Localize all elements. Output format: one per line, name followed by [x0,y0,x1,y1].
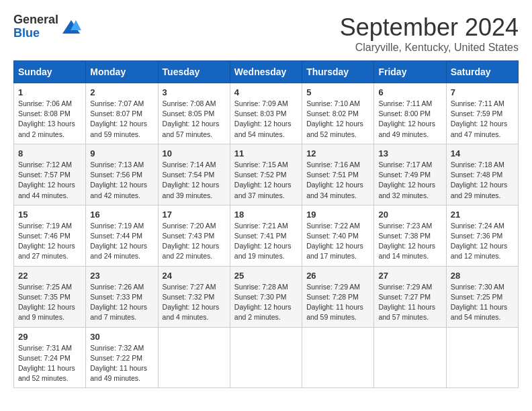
calendar-day-cell: 13Sunrise: 7:17 AM Sunset: 7:49 PM Dayli… [374,144,446,205]
page-header: General Blue September 2024 Claryville, … [13,13,519,54]
calendar-day-cell [374,327,446,388]
day-info: Sunrise: 7:10 AM Sunset: 8:02 PM Dayligh… [306,99,369,140]
calendar-week-row: 29Sunrise: 7:31 AM Sunset: 7:24 PM Dayli… [14,327,519,388]
location-subtitle: Claryville, Kentucky, United States [340,42,519,54]
calendar-table: SundayMondayTuesdayWednesdayThursdayFrid… [13,60,519,388]
calendar-day-cell: 3Sunrise: 7:08 AM Sunset: 8:05 PM Daylig… [158,83,230,144]
day-number: 6 [378,87,441,97]
calendar-day-cell: 30Sunrise: 7:32 AM Sunset: 7:22 PM Dayli… [86,327,158,388]
calendar-day-cell [158,327,230,388]
calendar-week-row: 15Sunrise: 7:19 AM Sunset: 7:46 PM Dayli… [14,205,519,266]
day-number: 19 [306,210,369,220]
day-number: 18 [234,210,298,220]
day-info: Sunrise: 7:25 AM Sunset: 7:35 PM Dayligh… [18,282,81,323]
day-number: 3 [163,87,226,97]
day-info: Sunrise: 7:12 AM Sunset: 7:57 PM Dayligh… [18,160,81,201]
calendar-day-cell: 8Sunrise: 7:12 AM Sunset: 7:57 PM Daylig… [14,144,86,205]
calendar-day-cell: 19Sunrise: 7:22 AM Sunset: 7:40 PM Dayli… [302,205,374,266]
calendar-day-cell: 15Sunrise: 7:19 AM Sunset: 7:46 PM Dayli… [14,205,86,266]
calendar-day-cell: 25Sunrise: 7:28 AM Sunset: 7:30 PM Dayli… [230,266,302,327]
calendar-day-cell [302,327,374,388]
day-number: 13 [378,148,441,158]
month-title: September 2024 [340,13,519,42]
calendar-day-cell: 17Sunrise: 7:20 AM Sunset: 7:43 PM Dayli… [158,205,230,266]
day-info: Sunrise: 7:15 AM Sunset: 7:52 PM Dayligh… [234,160,298,201]
calendar-day-cell: 28Sunrise: 7:30 AM Sunset: 7:25 PM Dayli… [446,266,518,327]
day-info: Sunrise: 7:23 AM Sunset: 7:38 PM Dayligh… [378,221,441,262]
calendar-day-cell: 5Sunrise: 7:10 AM Sunset: 8:02 PM Daylig… [302,83,374,144]
day-number: 24 [163,271,226,281]
day-info: Sunrise: 7:06 AM Sunset: 8:08 PM Dayligh… [18,99,81,140]
day-number: 12 [306,148,369,158]
day-number: 2 [90,87,153,97]
day-info: Sunrise: 7:30 AM Sunset: 7:25 PM Dayligh… [451,282,514,323]
day-info: Sunrise: 7:11 AM Sunset: 8:00 PM Dayligh… [378,99,441,140]
calendar-week-row: 22Sunrise: 7:25 AM Sunset: 7:35 PM Dayli… [14,266,519,327]
calendar-day-cell: 9Sunrise: 7:13 AM Sunset: 7:56 PM Daylig… [86,144,158,205]
day-number: 26 [306,271,369,281]
calendar-header-row: SundayMondayTuesdayWednesdayThursdayFrid… [14,61,519,83]
calendar-day-cell [230,327,302,388]
calendar-day-cell: 4Sunrise: 7:09 AM Sunset: 8:03 PM Daylig… [230,83,302,144]
column-header-thursday: Thursday [302,61,374,83]
calendar-day-cell: 18Sunrise: 7:21 AM Sunset: 7:41 PM Dayli… [230,205,302,266]
day-number: 8 [18,148,81,158]
day-number: 4 [234,87,298,97]
calendar-day-cell: 23Sunrise: 7:26 AM Sunset: 7:33 PM Dayli… [86,266,158,327]
day-info: Sunrise: 7:09 AM Sunset: 8:03 PM Dayligh… [234,99,298,140]
calendar-day-cell: 1Sunrise: 7:06 AM Sunset: 8:08 PM Daylig… [14,83,86,144]
column-header-tuesday: Tuesday [158,61,230,83]
day-info: Sunrise: 7:28 AM Sunset: 7:30 PM Dayligh… [234,282,298,323]
day-info: Sunrise: 7:22 AM Sunset: 7:40 PM Dayligh… [306,221,369,262]
calendar-day-cell: 7Sunrise: 7:11 AM Sunset: 7:59 PM Daylig… [446,83,518,144]
day-info: Sunrise: 7:27 AM Sunset: 7:32 PM Dayligh… [163,282,226,323]
day-number: 10 [163,148,226,158]
day-number: 1 [18,87,81,97]
day-info: Sunrise: 7:14 AM Sunset: 7:54 PM Dayligh… [163,160,226,201]
calendar-day-cell: 10Sunrise: 7:14 AM Sunset: 7:54 PM Dayli… [158,144,230,205]
logo-blue-text: Blue [13,27,58,40]
calendar-week-row: 1Sunrise: 7:06 AM Sunset: 8:08 PM Daylig… [14,83,519,144]
calendar-week-row: 8Sunrise: 7:12 AM Sunset: 7:57 PM Daylig… [14,144,519,205]
day-info: Sunrise: 7:17 AM Sunset: 7:49 PM Dayligh… [378,160,441,201]
day-number: 20 [378,210,441,220]
day-number: 9 [90,148,153,158]
calendar-day-cell: 20Sunrise: 7:23 AM Sunset: 7:38 PM Dayli… [374,205,446,266]
column-header-sunday: Sunday [14,61,86,83]
calendar-day-cell: 27Sunrise: 7:29 AM Sunset: 7:27 PM Dayli… [374,266,446,327]
column-header-wednesday: Wednesday [230,61,302,83]
day-number: 16 [90,210,153,220]
day-number: 29 [18,332,81,342]
calendar-day-cell: 12Sunrise: 7:16 AM Sunset: 7:51 PM Dayli… [302,144,374,205]
day-info: Sunrise: 7:13 AM Sunset: 7:56 PM Dayligh… [90,160,153,201]
day-info: Sunrise: 7:24 AM Sunset: 7:36 PM Dayligh… [451,221,514,262]
day-info: Sunrise: 7:21 AM Sunset: 7:41 PM Dayligh… [234,221,298,262]
calendar-day-cell: 24Sunrise: 7:27 AM Sunset: 7:32 PM Dayli… [158,266,230,327]
day-number: 7 [451,87,514,97]
day-info: Sunrise: 7:18 AM Sunset: 7:48 PM Dayligh… [451,160,514,201]
logo-general-text: General [13,13,58,27]
calendar-day-cell: 14Sunrise: 7:18 AM Sunset: 7:48 PM Dayli… [446,144,518,205]
day-number: 15 [18,210,81,220]
day-info: Sunrise: 7:31 AM Sunset: 7:24 PM Dayligh… [18,343,81,384]
column-header-monday: Monday [86,61,158,83]
logo: General Blue [13,13,81,40]
day-number: 28 [451,271,514,281]
day-number: 5 [306,87,369,97]
column-header-friday: Friday [374,61,446,83]
day-number: 11 [234,148,298,158]
day-info: Sunrise: 7:20 AM Sunset: 7:43 PM Dayligh… [163,221,226,262]
title-section: September 2024 Claryville, Kentucky, Uni… [340,13,519,54]
day-number: 17 [163,210,226,220]
day-info: Sunrise: 7:29 AM Sunset: 7:28 PM Dayligh… [306,282,369,323]
day-info: Sunrise: 7:29 AM Sunset: 7:27 PM Dayligh… [378,282,441,323]
day-number: 21 [451,210,514,220]
calendar-day-cell: 22Sunrise: 7:25 AM Sunset: 7:35 PM Dayli… [14,266,86,327]
calendar-day-cell: 26Sunrise: 7:29 AM Sunset: 7:28 PM Dayli… [302,266,374,327]
day-info: Sunrise: 7:07 AM Sunset: 8:07 PM Dayligh… [90,99,153,140]
calendar-day-cell: 29Sunrise: 7:31 AM Sunset: 7:24 PM Dayli… [14,327,86,388]
calendar-day-cell: 6Sunrise: 7:11 AM Sunset: 8:00 PM Daylig… [374,83,446,144]
calendar-day-cell: 2Sunrise: 7:07 AM Sunset: 8:07 PM Daylig… [86,83,158,144]
day-number: 27 [378,271,441,281]
day-info: Sunrise: 7:32 AM Sunset: 7:22 PM Dayligh… [90,343,153,384]
